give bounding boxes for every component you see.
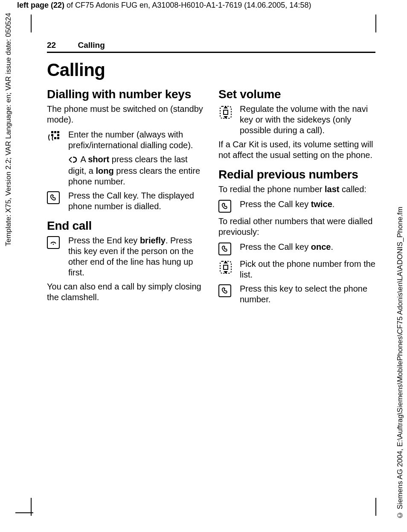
- row-volume: Regulate the volume with the navi key or…: [218, 104, 375, 136]
- row-redial-once: Press the Call key once.: [218, 242, 375, 255]
- row-redial-twice: Press the Call key twice.: [218, 199, 375, 213]
- call-key-text: Press the Call key. The displayed phone …: [68, 190, 204, 212]
- page-title: Calling: [47, 60, 375, 80]
- call-key-icon: [218, 242, 234, 255]
- row-redial-select: Press this key to select the phone numbe…: [218, 284, 375, 305]
- svg-rect-1: [54, 131, 56, 133]
- navi-key-icon: [218, 259, 234, 280]
- redial-twice-text: Press the Call key twice.: [240, 199, 375, 213]
- redial-intro-text: To redial the phone number last called:: [218, 184, 375, 195]
- heading-set-volume: Set volume: [218, 88, 375, 101]
- end-clamshell-text: You can also end a call by simply closin…: [47, 281, 204, 303]
- call-key-icon: [47, 190, 62, 212]
- banner-rest: of CF75 Adonis FUG en, A31008-H6010-A1-1…: [64, 1, 311, 9]
- running-head: 22 Calling: [47, 41, 375, 53]
- redial-select-text: Press this key to select the phone numbe…: [240, 284, 375, 305]
- svg-rect-11: [224, 110, 228, 114]
- svg-point-7: [53, 243, 54, 245]
- svg-rect-0: [51, 131, 53, 133]
- svg-marker-13: [224, 261, 228, 263]
- row-call-key: Press the Call key. The displayed phone …: [47, 190, 204, 212]
- svg-rect-2: [57, 131, 59, 133]
- redial-once-text: Press the Call key once.: [240, 242, 375, 255]
- crop-mark: [375, 15, 376, 32]
- svg-rect-3: [51, 134, 53, 136]
- svg-rect-5: [54, 137, 56, 139]
- row-end-key: Press the End key briefly. Press this ke…: [47, 235, 204, 278]
- page-meta-banner: left page (22) of CF75 Adonis FUG en, A3…: [17, 1, 390, 10]
- svg-marker-9: [224, 106, 228, 108]
- row-clear-digit: A short press clears the last digit, a l…: [47, 154, 204, 187]
- right-column: Set volume Regulate the volume with the …: [218, 88, 375, 308]
- banner-bold: left page (22): [17, 1, 64, 9]
- svg-rect-15: [224, 265, 228, 269]
- redial-pick-text: Pick out the phone number from the list.: [240, 259, 375, 280]
- end-key-text: Press the End key briefly. Press this ke…: [68, 235, 204, 278]
- copyright-path-vertical: © Siemens AG 2004, E:\Auftrag\Siemens\Mo…: [396, 207, 404, 519]
- clear-digit-text: A short press clears the last digit, a l…: [68, 154, 204, 187]
- crop-mark: [31, 15, 32, 32]
- dial-intro-text: The phone must be switched on (standby m…: [47, 104, 204, 125]
- volume-text: Regulate the volume with the navi key or…: [240, 104, 375, 136]
- row-enter-number: Enter the number (always with prefix/int…: [47, 129, 204, 151]
- end-key-icon: [47, 235, 62, 278]
- clear-key-icon: [68, 155, 78, 166]
- navi-key-icon: [218, 104, 234, 136]
- heading-dialling: Dialling with number keys: [47, 88, 204, 101]
- redial-other-text: To redial other numbers that were dialle…: [218, 216, 375, 237]
- svg-rect-4: [57, 134, 59, 136]
- crop-mark: [15, 512, 33, 513]
- page-content: 22 Calling Calling Dialling with number …: [47, 41, 375, 308]
- heading-end-call: End call: [47, 219, 204, 233]
- svg-rect-6: [57, 137, 59, 139]
- keypad-icon: [47, 129, 62, 151]
- template-info-vertical: Template: X75, Version 2.2; VAR Language…: [4, 13, 13, 246]
- heading-redial: Redial previous numbers: [218, 168, 375, 181]
- page-number: 22: [47, 41, 56, 50]
- call-key-icon: [218, 199, 234, 213]
- section-name: Calling: [78, 41, 105, 50]
- left-column: Dialling with number keys The phone must…: [47, 88, 204, 308]
- call-key-icon: [218, 284, 234, 305]
- volume-carkit-text: If a Car Kit is used, its volume setting…: [218, 139, 375, 161]
- row-redial-pick: Pick out the phone number from the list.: [218, 259, 375, 280]
- crop-mark: [375, 498, 376, 516]
- enter-number-text: Enter the number (always with prefix/int…: [68, 129, 204, 151]
